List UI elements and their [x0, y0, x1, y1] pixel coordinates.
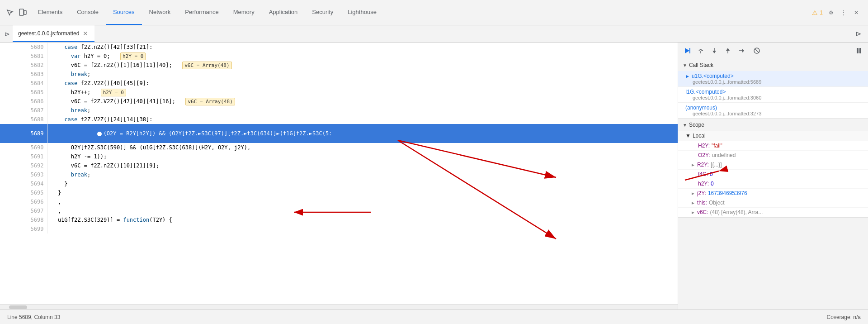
line-number: 5691 [0, 152, 47, 161]
line-code-active[interactable]: (O2Y = R2Y[h2Y]) && (O2Y[f2Z.►S3C(97)][f… [47, 124, 678, 143]
tab-sources[interactable]: Sources [106, 0, 142, 25]
table-row: 5695 } [0, 188, 678, 197]
scroll-thumb[interactable] [9, 305, 27, 309]
horizontal-scrollbar[interactable] [0, 304, 678, 310]
line-code[interactable]: case f2Z.V2Z()[40][45][9]: [47, 79, 678, 88]
scope-expand-icon[interactable]: ► [691, 200, 695, 205]
line-number: 5695 [0, 188, 47, 197]
scope-key: j2Y: [697, 190, 706, 196]
table-row: 5687 break; [0, 106, 678, 115]
line-code[interactable]: } [47, 188, 678, 197]
more-options-icon[interactable]: ⋮ [839, 8, 848, 17]
line-code[interactable]: case f2Z.V2Z()[24][14][38]: [47, 115, 678, 124]
scope-expand-icon[interactable]: ► [691, 210, 695, 215]
nav-tabs: Elements Console Sources Network Perform… [31, 0, 384, 25]
call-stack-item[interactable]: ► u1G.<computed> geetest.0.0.0.j...forma… [678, 71, 868, 87]
line-code[interactable]: O2Y[f2Z.S3C(590)] && (u1G[f2Z.S3C(638)](… [47, 143, 678, 152]
table-row: 5699 [0, 224, 678, 233]
scope-item-f4C[interactable]: f4C: 0 [678, 170, 868, 179]
scope-item-O2Y[interactable]: O2Y: undefined [678, 151, 868, 160]
line-code[interactable] [47, 224, 678, 233]
call-stack-header[interactable]: ▼ Call Stack [678, 59, 868, 71]
deactivate-button[interactable] [751, 45, 762, 56]
inspect-icon[interactable] [5, 8, 14, 17]
table-row: 5693 break; [0, 170, 678, 179]
scope-item-R2Y[interactable]: ► R2Y: [{...}] [678, 160, 868, 170]
tab-elements[interactable]: Elements [31, 0, 70, 25]
tab-application[interactable]: Application [262, 0, 305, 25]
line-code[interactable]: break; [47, 170, 678, 179]
line-code[interactable]: h2Y -= 1)); [47, 152, 678, 161]
tab-security[interactable]: Security [305, 0, 340, 25]
call-stack-item[interactable]: I1G.<computed> geetest.0.0.0.j...formatt… [678, 87, 868, 103]
right-panel-content[interactable]: ▼ Call Stack ► u1G.<computed> geetest.0.… [678, 59, 868, 310]
table-row: 5688 case f2Z.V2Z()[24][14][38]: [0, 115, 678, 124]
file-nav-toggle[interactable]: ⊳ [2, 29, 13, 39]
line-code[interactable]: break; [47, 106, 678, 115]
warning-badge[interactable]: ⚠ 1 [812, 9, 823, 16]
line-code[interactable]: h2Y++; h2Y = 0 [47, 88, 678, 97]
code-scroll[interactable]: 5680 case f2Z.n2Z()[42][33][21]: 5681 va… [0, 43, 678, 310]
scope-local-header[interactable]: ▼ Local [678, 131, 868, 141]
status-bar: Line 5689, Column 33 Coverage: n/a [0, 310, 868, 324]
line-code[interactable]: , [47, 197, 678, 206]
scope-expand-icon[interactable]: ► [691, 162, 695, 167]
scope-key: O2Y: [698, 152, 710, 158]
devtools-topbar: Elements Console Sources Network Perform… [0, 0, 868, 25]
tab-lighthouse[interactable]: Lighthouse [340, 0, 384, 25]
scope-expand-icon[interactable]: ► [691, 191, 695, 196]
tab-performance[interactable]: Performance [178, 0, 226, 25]
scope-value: (48) [Array(48), Arra... [710, 209, 763, 215]
call-stack-item[interactable]: (anonymous) geetest.0.0.0.j...formatted:… [678, 103, 868, 119]
table-row: 5683 break; [0, 70, 678, 79]
close-devtools-icon[interactable]: ✕ [852, 8, 861, 17]
step-over-button[interactable] [695, 45, 706, 56]
main-layout: 5680 case f2Z.n2Z()[42][33][21]: 5681 va… [0, 43, 868, 310]
tab-memory[interactable]: Memory [226, 0, 262, 25]
scope-value: undefined [712, 152, 736, 158]
scope-item-v6C[interactable]: ► v6C: (48) [Array(48), Arra... [678, 208, 868, 217]
scope-header[interactable]: ▼ Scope [678, 119, 868, 131]
line-code[interactable]: break; [47, 70, 678, 79]
scope-key: h2Y: [698, 181, 709, 187]
line-number: 5698 [0, 215, 47, 224]
call-stack-title: Call Stack [689, 62, 713, 68]
tab-network[interactable]: Network [142, 0, 178, 25]
device-icon[interactable] [18, 8, 27, 17]
line-code[interactable]: v6C = f2Z.V2Z()[47][40][41][16]; v6C = A… [47, 97, 678, 106]
file-nav-icon[interactable]: ⊳ [854, 29, 863, 38]
scope-local-title: Local [693, 133, 706, 139]
scope-item-this[interactable]: ► this: Object [678, 198, 868, 208]
scope-value: Object [709, 200, 725, 206]
scope-item-H2Y[interactable]: H2Y: "fail" [678, 141, 868, 151]
svg-rect-0 [19, 9, 24, 15]
step-button[interactable] [736, 45, 747, 56]
line-code[interactable]: u1G[f2Z.S3C(329)] = function(T2Y) { [47, 215, 678, 224]
step-out-button[interactable] [722, 45, 733, 56]
line-code[interactable]: var h2Y = 0; h2Y = 0 [47, 52, 678, 61]
scope-item-j2Y[interactable]: ► j2Y: 1673946953976 [678, 189, 868, 198]
line-code[interactable]: v6C = f2Z.n2Z()[1][16][11][40]; v6C = Ar… [47, 61, 678, 70]
line-code[interactable]: , [47, 206, 678, 215]
scope-item-h2Y[interactable]: h2Y: 0 [678, 179, 868, 189]
scope-key: H2Y: [698, 143, 710, 149]
line-number: 5684 [0, 79, 47, 88]
line-code[interactable]: v6C = f2Z.n2Z()[10][21][9]; [47, 161, 678, 170]
file-tab-active[interactable]: geetest.0.0.0.js:formatted ✕ [13, 25, 94, 42]
tab-console[interactable]: Console [70, 0, 106, 25]
status-position: Line 5689, Column 33 [7, 314, 60, 320]
line-code[interactable]: } [47, 179, 678, 188]
step-into-button[interactable] [709, 45, 720, 56]
topbar-right: ⚠ 1 ⚙ ⋮ ✕ [812, 8, 866, 17]
settings-icon[interactable]: ⚙ [826, 8, 835, 17]
cs-function-name: (anonymous) [685, 105, 861, 111]
table-row: 5681 var h2Y = 0; h2Y = 0 [0, 52, 678, 61]
resume-button[interactable] [682, 45, 693, 56]
cs-location: geetest.0.0.0.j...formatted:5689 [685, 79, 861, 85]
file-tab-close[interactable]: ✕ [82, 30, 89, 37]
line-code[interactable]: case f2Z.n2Z()[42][33][21]: [47, 43, 678, 52]
call-stack-chevron: ▼ [683, 63, 687, 68]
cs-location: geetest.0.0.0.j...formatted:3060 [685, 95, 861, 100]
pause-on-exceptions-button[interactable] [854, 45, 864, 56]
table-row: 5691 h2Y -= 1)); [0, 152, 678, 161]
